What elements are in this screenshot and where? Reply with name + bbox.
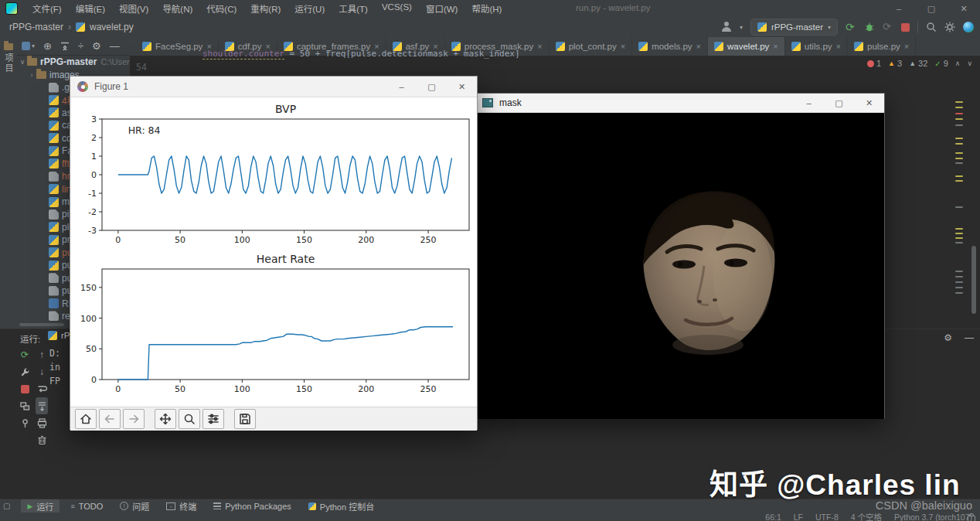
figure-titlebar[interactable]: Figure 1 – ▢ ✕ <box>70 77 477 97</box>
rerun-icon[interactable]: ⟳ <box>19 346 31 363</box>
stripe-mark[interactable] <box>955 206 963 208</box>
stripe-mark[interactable] <box>955 162 963 164</box>
back-icon[interactable] <box>99 409 121 429</box>
editor-tab[interactable]: models.py × <box>632 37 708 56</box>
collapse-all-icon[interactable] <box>60 42 70 51</box>
forward-icon[interactable] <box>123 409 145 429</box>
profile-button[interactable]: ⟳ <box>883 22 893 32</box>
subplot-config-icon[interactable] <box>202 409 224 429</box>
mask-minimize-icon[interactable]: – <box>794 94 824 112</box>
menu-item[interactable]: 代码(C) <box>199 0 243 17</box>
status-item[interactable]: UTF-8 <box>815 512 839 521</box>
stop-button[interactable] <box>901 23 910 32</box>
home-icon[interactable] <box>75 409 97 429</box>
run-configuration-select[interactable]: rPPG-master ▾ <box>750 19 838 36</box>
stripe-mark[interactable] <box>955 237 963 239</box>
stripe-mark[interactable] <box>955 113 963 114</box>
status-item[interactable]: 66:1 <box>765 512 781 521</box>
tab-close-icon[interactable]: × <box>696 42 701 51</box>
stripe-mark[interactable] <box>955 233 963 234</box>
print-icon[interactable] <box>36 414 48 431</box>
menu-item[interactable]: 编辑(E) <box>69 0 112 17</box>
figure-close-icon[interactable]: ✕ <box>447 77 477 97</box>
debug-button[interactable] <box>864 22 875 32</box>
zoom-rect-icon[interactable] <box>179 409 200 429</box>
maximize-icon[interactable]: ▢ <box>915 0 948 17</box>
chevron-down-icon[interactable]: ▾ <box>740 24 743 31</box>
tab-close-icon[interactable]: × <box>773 42 778 51</box>
mask-maximize-icon[interactable]: ▢ <box>824 94 854 112</box>
status-item[interactable]: 4 个空格 <box>851 511 882 521</box>
breadcrumb-file[interactable]: wavelet.py <box>90 22 134 32</box>
menu-item[interactable]: 运行(U) <box>288 0 332 17</box>
soft-wrap-icon[interactable] <box>36 380 48 397</box>
stripe-mark[interactable] <box>955 118 963 120</box>
stripe-mark[interactable] <box>955 276 963 278</box>
stripe-mark[interactable] <box>955 180 963 182</box>
tree-scrollbar[interactable] <box>19 323 64 326</box>
menu-item[interactable]: 窗口(W) <box>419 0 465 17</box>
save-icon[interactable] <box>234 409 256 429</box>
tree-chevron-icon[interactable]: ∨ <box>19 58 26 66</box>
mask-window[interactable]: mask – ▢ ✕ <box>475 93 885 419</box>
next-problem-icon[interactable]: ∨ <box>967 60 972 67</box>
minimize-icon[interactable]: – <box>883 0 915 17</box>
menu-item[interactable]: 文件(F) <box>26 0 69 17</box>
search-everywhere-icon[interactable] <box>926 22 937 32</box>
hide-panel-icon[interactable]: — <box>110 41 120 51</box>
down-stacktrace-icon[interactable]: ↓ <box>36 363 48 380</box>
user-profile-icon[interactable] <box>721 22 732 32</box>
tab-close-icon[interactable]: × <box>904 42 909 51</box>
pan-icon[interactable] <box>155 409 176 429</box>
figure-window[interactable]: Figure 1 – ▢ ✕ 050100150200250-3-2-10123… <box>70 76 478 430</box>
toolwindow-button[interactable]: ▶ 运行 <box>21 499 60 513</box>
menu-item[interactable]: 工具(T) <box>332 0 375 17</box>
stripe-mark[interactable] <box>955 152 963 154</box>
stop-icon[interactable] <box>19 380 31 397</box>
settings-wrench-icon[interactable] <box>19 363 31 380</box>
toolwindow-button[interactable]: Python 控制台 <box>302 499 380 513</box>
close-icon[interactable]: ✕ <box>948 0 980 17</box>
tab-close-icon[interactable]: × <box>537 42 542 51</box>
tab-close-icon[interactable]: × <box>836 42 841 51</box>
menu-item[interactable]: 视图(V) <box>112 0 155 17</box>
panel-settings-icon[interactable]: ⚙ <box>92 41 101 51</box>
menu-item[interactable]: 帮助(H) <box>464 0 509 17</box>
stripe-mark[interactable] <box>955 101 963 103</box>
rerun-button[interactable]: ⟳ <box>846 22 856 32</box>
toolwindow-button[interactable]: Python Packages <box>207 499 298 513</box>
tab-close-icon[interactable]: × <box>621 42 625 51</box>
restore-layout-icon[interactable] <box>19 397 31 414</box>
toolwindow-button[interactable]: ≡ TODO <box>64 499 109 513</box>
settings-gear-icon[interactable] <box>944 22 955 32</box>
menu-item[interactable]: 重构(R) <box>243 0 288 17</box>
run-panel-settings-icon[interactable]: ⚙ <box>944 332 952 343</box>
pin-icon[interactable] <box>19 414 31 431</box>
editor-tab[interactable]: utils.py × <box>785 37 848 56</box>
lock-icon[interactable] <box>968 514 975 521</box>
toolwindow-button[interactable]: › 终端 <box>160 499 202 513</box>
editor-scrollbar[interactable] <box>971 246 976 314</box>
project-tool-button[interactable]: 项目 <box>0 43 17 73</box>
stripe-mark[interactable] <box>955 271 963 272</box>
expand-icon[interactable]: ÷ <box>78 41 83 51</box>
run-panel-hide-icon[interactable]: — <box>965 332 974 343</box>
menu-item[interactable]: VCS(S) <box>375 0 419 17</box>
stripe-mark[interactable] <box>955 228 963 230</box>
breadcrumb-project[interactable]: rPPG-master <box>9 22 63 32</box>
locate-file-icon[interactable]: ⊕ <box>43 41 52 51</box>
tool-window-switcher-icon[interactable]: ▢ <box>3 502 10 510</box>
stripe-mark[interactable] <box>955 143 963 145</box>
run-console-output[interactable]: D:inFP <box>49 346 60 388</box>
stripe-mark[interactable] <box>955 281 963 283</box>
inspections-widget[interactable]: 1 ▲3 ▲32 ✓9 ∧ ∨ <box>867 59 972 68</box>
mask-close-icon[interactable]: ✕ <box>854 94 884 112</box>
clear-trash-icon[interactable] <box>36 431 48 448</box>
stripe-mark[interactable] <box>955 287 963 288</box>
stripe-mark[interactable] <box>955 107 963 108</box>
prev-problem-icon[interactable]: ∧ <box>955 60 961 67</box>
editor-tab[interactable]: plot_cont.py × <box>550 37 632 56</box>
plugin-sphere-icon[interactable] <box>963 22 974 32</box>
status-item[interactable]: Python 3.7 (torch107) <box>894 512 972 521</box>
scroll-to-end-icon[interactable] <box>36 397 48 414</box>
